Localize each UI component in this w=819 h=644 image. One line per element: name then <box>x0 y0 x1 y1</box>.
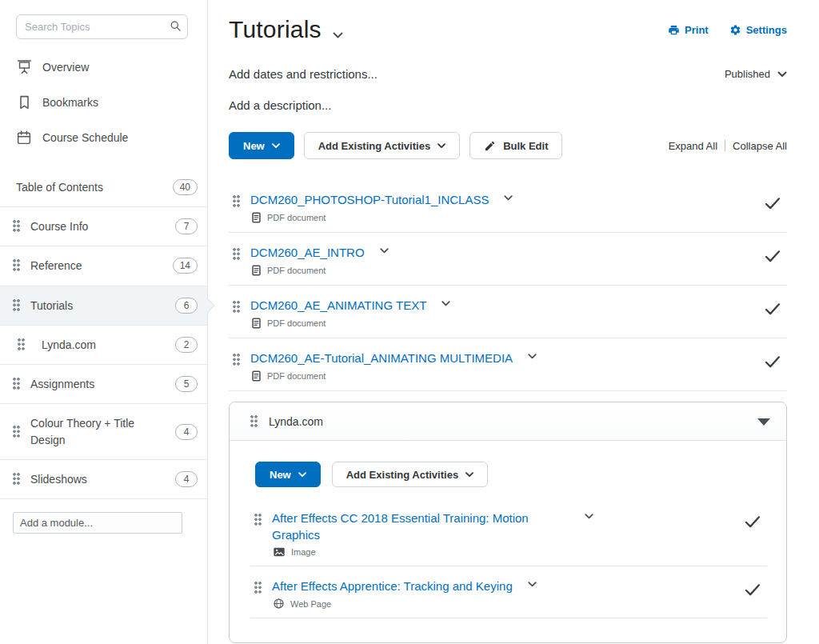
nav-label: Course Schedule <box>42 131 128 144</box>
item-menu-chevron-icon[interactable] <box>380 248 389 254</box>
submodule-add-existing-activities-button[interactable]: Add Existing Activities <box>332 462 488 487</box>
pdf-document-icon <box>252 212 261 223</box>
bulk-edit-label: Bulk Edit <box>503 140 548 152</box>
add-existing-activities-button[interactable]: Add Existing Activities <box>304 132 460 159</box>
item-main: After Effects CC 2018 Essential Training… <box>272 510 593 557</box>
item-menu-chevron-icon[interactable] <box>504 195 513 201</box>
page-title: Tutorials <box>229 16 322 43</box>
module-label: Colour Theory + Title Design <box>30 415 166 448</box>
settings-button[interactable]: Settings <box>729 24 787 36</box>
drag-handle-icon[interactable] <box>233 354 241 366</box>
item-main: DCM260_AE_INTRO PDF document <box>250 244 389 276</box>
item-main: DCM260_AE_ANIMATING TEXT PDF document <box>250 297 450 329</box>
content-item-link[interactable]: DCM260_AE-Tutorial_ANIMATING MULTIMEDIA <box>250 350 513 366</box>
expand-collapse-controls: Expand All Collapse All <box>669 140 787 152</box>
item-menu-chevron-icon[interactable] <box>528 582 537 587</box>
sidebar-module-lynda-com[interactable]: Lynda.com 2 <box>0 325 207 364</box>
drag-handle-icon[interactable] <box>18 338 26 351</box>
new-button-label: New <box>243 140 265 152</box>
collapse-triangle-icon[interactable] <box>757 418 770 426</box>
module-label: Lynda.com <box>42 337 166 353</box>
sidebar-module-tutorials[interactable]: Tutorials 6 <box>0 286 207 325</box>
content-item-link[interactable]: After Effects CC 2018 Essential Training… <box>272 510 569 543</box>
drag-handle-icon[interactable] <box>254 582 262 594</box>
add-module-input[interactable] <box>13 512 182 534</box>
drag-handle-icon[interactable] <box>13 299 21 312</box>
published-label: Published <box>725 68 770 80</box>
course-content-page: Overview Bookmarks Course Schedule Table… <box>0 0 819 644</box>
module-count-badge: 6 <box>175 298 198 314</box>
title-row: Tutorials Print Settings <box>229 16 787 43</box>
completion-checkmark-icon <box>765 355 781 368</box>
module-list: Course Info 7 Reference 14 Tutorials 6 L… <box>0 206 207 499</box>
settings-label: Settings <box>746 24 787 36</box>
content-item: DCM260_PHOTOSHOP-Tutorial1_INCLASS PDF d… <box>229 180 787 233</box>
module-count-badge: 4 <box>175 424 198 440</box>
content-item: DCM260_AE_ANIMATING TEXT PDF document <box>229 286 787 338</box>
drag-handle-icon[interactable] <box>233 248 241 261</box>
sidebar-module-reference[interactable]: Reference 14 <box>0 246 207 285</box>
item-menu-chevron-icon[interactable] <box>441 301 450 306</box>
module-label: Course Info <box>30 218 166 234</box>
new-button-label: New <box>270 469 291 481</box>
content-item-list: DCM260_PHOTOSHOP-Tutorial1_INCLASS PDF d… <box>229 180 787 391</box>
item-main: After Effects Apprentice: Tracking and K… <box>272 578 537 609</box>
item-type-label: PDF document <box>267 371 326 381</box>
print-button[interactable]: Print <box>668 24 709 36</box>
search-input[interactable] <box>16 14 188 39</box>
divider <box>725 140 725 151</box>
module-count-badge: 2 <box>175 337 198 353</box>
new-button[interactable]: New <box>229 132 294 159</box>
pencil-icon <box>484 140 496 152</box>
print-label: Print <box>685 24 709 36</box>
chevron-down-icon <box>298 472 306 478</box>
sidebar-module-colour-theory-title-design[interactable]: Colour Theory + Title Design 4 <box>0 403 207 459</box>
drag-handle-icon[interactable] <box>13 220 21 233</box>
add-dates-link[interactable]: Add dates and restrictions... <box>229 67 378 81</box>
submodule-new-button[interactable]: New <box>255 462 321 487</box>
published-dropdown[interactable]: Published <box>725 68 787 80</box>
drag-handle-icon[interactable] <box>233 195 241 208</box>
module-count-badge: 5 <box>175 376 198 392</box>
sidebar-item-table-of-contents[interactable]: Table of Contents 40 <box>0 168 207 206</box>
completion-checkmark-icon <box>745 515 761 528</box>
sidebar-item-overview[interactable]: Overview <box>0 49 207 85</box>
item-type-label: Image <box>291 547 316 557</box>
sidebar-module-course-info[interactable]: Course Info 7 <box>0 206 207 246</box>
content-item-link[interactable]: DCM260_AE_ANIMATING TEXT <box>250 297 426 314</box>
sidebar-item-course-schedule[interactable]: Course Schedule <box>0 120 207 155</box>
search-icon[interactable] <box>170 20 182 32</box>
sidebar-module-assignments[interactable]: Assignments 5 <box>0 364 207 403</box>
completion-checkmark-icon <box>745 583 761 596</box>
drag-handle-icon[interactable] <box>233 301 241 314</box>
bulk-edit-button[interactable]: Bulk Edit <box>469 132 562 159</box>
sidebar-item-bookmarks[interactable]: Bookmarks <box>0 85 207 120</box>
item-menu-chevron-icon[interactable] <box>528 354 537 359</box>
toc-label: Table of Contents <box>16 181 173 194</box>
chevron-down-icon <box>272 143 280 149</box>
expand-all-link[interactable]: Expand All <box>669 140 717 152</box>
drag-handle-icon[interactable] <box>13 378 21 390</box>
module-count-badge: 14 <box>173 258 198 274</box>
content-item: After Effects Apprentice: Tracking and K… <box>250 566 767 618</box>
item-menu-chevron-icon[interactable] <box>585 514 593 519</box>
submodule-lynda-com: Lynda.com New Add Existing Activities <box>229 402 787 643</box>
drag-handle-icon[interactable] <box>13 259 21 272</box>
sidebar: Overview Bookmarks Course Schedule Table… <box>0 0 208 644</box>
search-topics <box>16 14 188 39</box>
drag-handle-icon[interactable] <box>250 415 258 428</box>
content-item-link[interactable]: After Effects Apprentice: Tracking and K… <box>272 578 513 594</box>
collapse-all-link[interactable]: Collapse All <box>733 140 787 152</box>
completion-checkmark-icon <box>765 197 781 210</box>
add-description-link[interactable]: Add a description... <box>229 98 331 112</box>
sidebar-module-slideshows[interactable]: Slideshows 4 <box>0 459 207 498</box>
toc-count-badge: 40 <box>173 179 198 195</box>
pdf-document-icon <box>252 265 261 276</box>
drag-handle-icon[interactable] <box>254 514 262 526</box>
content-item-link[interactable]: DCM260_AE_INTRO <box>250 244 365 261</box>
module-label: Slideshows <box>30 471 166 487</box>
drag-handle-icon[interactable] <box>13 426 21 438</box>
drag-handle-icon[interactable] <box>13 473 21 486</box>
title-menu-chevron-icon[interactable] <box>333 32 343 38</box>
content-item-link[interactable]: DCM260_PHOTOSHOP-Tutorial1_INCLASS <box>250 191 489 208</box>
